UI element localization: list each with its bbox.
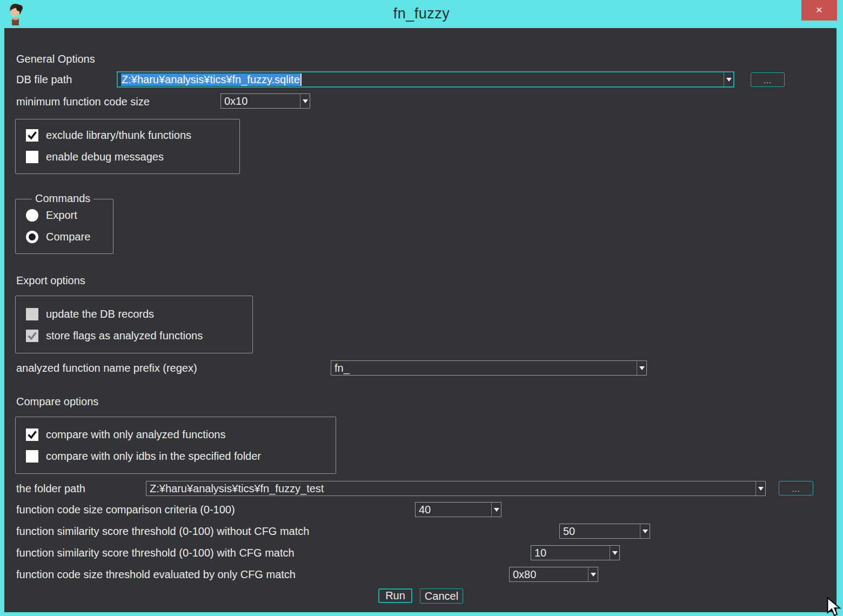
fn-fuzzy-dialog: fn_fuzzy × General Options DB file path …: [0, 0, 843, 616]
prefix-value: fn_: [331, 361, 637, 375]
dialog-body: General Options DB file path Z:¥haru¥ana…: [4, 28, 837, 612]
folder-path-label: the folder path: [16, 483, 85, 495]
store-flags-checkbox-row[interactable]: store flags as analyzed functions: [26, 330, 203, 342]
folder-path-dropdown-button[interactable]: [755, 481, 765, 496]
cancel-button[interactable]: Cancel: [420, 588, 463, 604]
similarity-without-cfg-label: function similarity score threshold (0-1…: [16, 525, 309, 538]
db-file-path-browse-button[interactable]: ...: [751, 72, 785, 87]
compare-idbs-checkbox[interactable]: [26, 450, 38, 463]
code-size-criteria-dropdown-button[interactable]: [491, 503, 501, 517]
chevron-down-icon: [643, 530, 648, 533]
prefix-dropdown-button[interactable]: [637, 361, 646, 375]
similarity-with-cfg-dropdown-button[interactable]: [610, 546, 619, 560]
prefix-combobox[interactable]: fn_: [331, 360, 647, 376]
db-file-path-value: Z:¥haru¥analysis¥tics¥fn_fuzzy.sqlite: [121, 73, 302, 86]
export-options-group: [15, 296, 253, 353]
exclude-library-checkbox[interactable]: [26, 129, 38, 142]
compare-options-group: [15, 417, 336, 474]
commands-group: Commands: [15, 199, 113, 254]
similarity-without-cfg-combobox[interactable]: 50: [559, 524, 650, 539]
chevron-down-icon: [639, 366, 645, 370]
compare-radio-label: Compare: [46, 231, 90, 243]
similarity-with-cfg-label: function similarity score threshold (0-1…: [16, 547, 295, 559]
exclude-library-checkbox-row[interactable]: exclude library/thunk functions: [26, 129, 191, 142]
similarity-without-cfg-dropdown-button[interactable]: [640, 524, 650, 538]
store-flags-checkbox: [26, 330, 38, 342]
code-size-threshold-cfg-dropdown-button[interactable]: [588, 567, 598, 581]
folder-path-combobox[interactable]: Z:¥haru¥analysis¥tics¥fn_fuzzy_test: [146, 481, 766, 496]
exclude-library-checkbox-label: exclude library/thunk functions: [46, 129, 191, 142]
chevron-down-icon: [591, 573, 596, 577]
min-code-size-dropdown-button[interactable]: [300, 94, 310, 108]
export-radio[interactable]: [26, 209, 38, 222]
compare-options-heading: Compare options: [16, 396, 98, 408]
code-size-criteria-combobox[interactable]: 40: [415, 502, 501, 517]
compare-analyzed-checkbox[interactable]: [26, 428, 38, 441]
code-size-threshold-cfg-label: function code size threshold evaluated b…: [16, 568, 296, 581]
compare-idbs-checkbox-label: compare with only idbs in the specified …: [46, 450, 261, 463]
compare-analyzed-checkbox-row[interactable]: compare with only analyzed functions: [26, 428, 225, 441]
export-options-heading: Export options: [16, 274, 85, 287]
chevron-down-icon: [612, 551, 618, 555]
db-file-path-dropdown-button[interactable]: [724, 72, 733, 86]
close-icon: ×: [816, 3, 822, 16]
checkmark-icon: [26, 130, 38, 141]
prefix-label: analyzed function name prefix (regex): [16, 362, 197, 374]
min-code-size-label: minimum function code size: [16, 96, 150, 108]
db-file-path-combobox[interactable]: Z:¥haru¥analysis¥tics¥fn_fuzzy.sqlite: [117, 71, 734, 88]
store-flags-checkbox-label: store flags as analyzed functions: [46, 330, 203, 342]
titlebar[interactable]: fn_fuzzy ×: [0, 0, 843, 28]
compare-idbs-checkbox-row[interactable]: compare with only idbs in the specified …: [26, 450, 261, 463]
min-code-size-value: 0x10: [221, 94, 300, 108]
run-button[interactable]: Run: [378, 588, 412, 603]
general-checkbox-group: [15, 119, 240, 174]
close-button[interactable]: ×: [801, 0, 837, 21]
code-size-threshold-cfg-value: 0x80: [510, 567, 588, 581]
folder-path-browse-button[interactable]: ...: [779, 481, 813, 496]
export-radio-row[interactable]: Export: [26, 209, 77, 222]
export-radio-label: Export: [46, 209, 77, 222]
enable-debug-checkbox-label: enable debug messages: [46, 151, 164, 163]
code-size-criteria-label: function code size comparison criteria (…: [16, 504, 235, 516]
commands-group-title: Commands: [32, 192, 93, 205]
folder-path-value: Z:¥haru¥analysis¥tics¥fn_fuzzy_test: [146, 481, 755, 496]
compare-analyzed-checkbox-label: compare with only analyzed functions: [46, 428, 225, 441]
checkmark-icon: [26, 330, 38, 342]
compare-radio-row[interactable]: Compare: [26, 231, 90, 243]
enable-debug-checkbox[interactable]: [26, 151, 38, 163]
similarity-with-cfg-combobox[interactable]: 10: [531, 545, 620, 560]
min-code-size-combobox[interactable]: 0x10: [220, 93, 310, 109]
code-size-threshold-cfg-combobox[interactable]: 0x80: [509, 567, 598, 582]
update-db-checkbox-row[interactable]: update the DB records: [26, 308, 154, 320]
similarity-with-cfg-value: 10: [531, 546, 610, 560]
chevron-down-icon: [303, 99, 308, 103]
chevron-down-icon: [494, 508, 499, 512]
similarity-without-cfg-value: 50: [560, 524, 640, 538]
enable-debug-checkbox-row[interactable]: enable debug messages: [26, 151, 164, 163]
mouse-cursor-icon: [824, 597, 843, 616]
chevron-down-icon: [726, 78, 732, 82]
update-db-checkbox-label: update the DB records: [46, 308, 154, 320]
code-size-criteria-value: 40: [416, 503, 491, 517]
update-db-checkbox: [26, 308, 38, 320]
checkmark-icon: [26, 429, 38, 440]
window-title: fn_fuzzy: [0, 5, 843, 22]
chevron-down-icon: [758, 487, 764, 491]
general-options-heading: General Options: [16, 53, 95, 65]
compare-radio[interactable]: [26, 231, 38, 243]
db-file-path-label: DB file path: [16, 73, 72, 86]
